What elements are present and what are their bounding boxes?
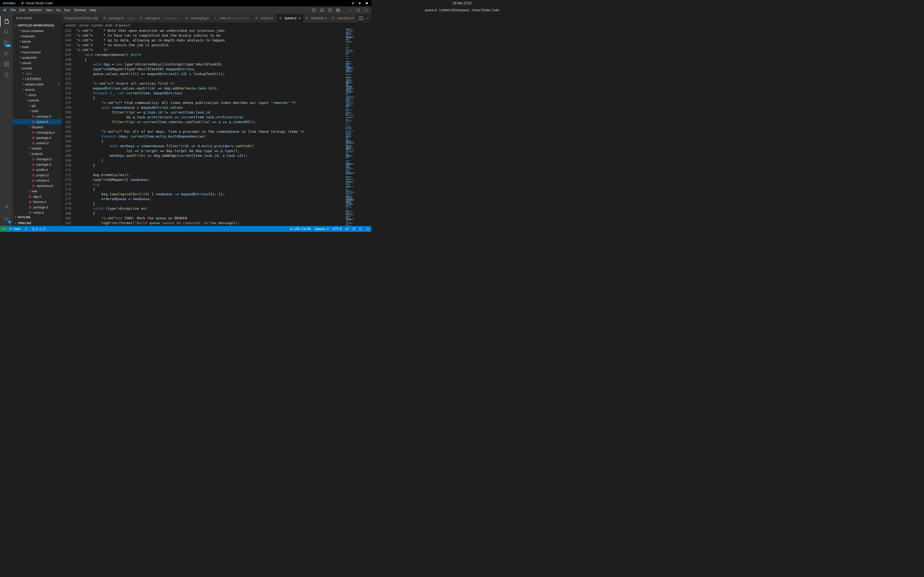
breadcrumb-build[interactable]: build bbox=[105, 24, 112, 27]
eol[interactable]: LF bbox=[343, 227, 351, 231]
split-editor-icon[interactable] bbox=[359, 16, 363, 20]
tab-buildtask-d[interactable]: Dbuildtask.d bbox=[304, 14, 330, 23]
breadcrumb-source[interactable]: source bbox=[79, 24, 89, 27]
encoding[interactable]: UTF-8 bbox=[330, 227, 343, 231]
menu-item-selection[interactable]: Selection bbox=[27, 8, 44, 12]
indentation[interactable]: Spaces: 4 bbox=[313, 227, 330, 231]
tab-package-d[interactable]: Dpackage.d.../avalanche/... bbox=[137, 14, 183, 23]
tree-serpent-style[interactable]: serpent-styleS bbox=[13, 82, 62, 87]
svg-point-30 bbox=[10, 228, 10, 228]
tree-projects[interactable]: projects bbox=[13, 151, 62, 156]
cursor-position[interactable]: Ln 156, Col 68 bbox=[288, 227, 313, 231]
language-mode[interactable]: D bbox=[351, 227, 357, 231]
tree-build[interactable]: build bbox=[13, 108, 62, 114]
activity-testing[interactable] bbox=[0, 69, 13, 80]
menu-item-go[interactable]: Go bbox=[54, 8, 62, 12]
tree-web[interactable]: web bbox=[13, 189, 62, 194]
tree-package-d[interactable]: Dpackage.d bbox=[13, 114, 62, 119]
app-indicator[interactable]: Visual Studio Code bbox=[20, 2, 53, 5]
activity-settings[interactable]: 1 bbox=[0, 214, 13, 224]
tree-moss-container[interactable]: moss-container bbox=[13, 28, 62, 34]
tree-avalanche[interactable]: avalanche bbox=[13, 55, 62, 60]
layout-right-icon[interactable] bbox=[326, 7, 333, 13]
tree-summit[interactable]: summit bbox=[13, 98, 62, 103]
code-editor[interactable]: "c-cmt"> * Note that upon execution we u… bbox=[76, 28, 345, 226]
close-button[interactable] bbox=[363, 7, 370, 13]
activity-debug[interactable] bbox=[0, 48, 13, 59]
menu-item-help[interactable]: Help bbox=[88, 8, 99, 12]
tree-worker-d[interactable]: Dworker.d bbox=[13, 140, 62, 146]
tree-repository-d[interactable]: Drepository.d bbox=[13, 183, 62, 189]
tab-close-icon[interactable]: × bbox=[298, 16, 300, 20]
tab-compressostream-cpp[interactable]: CompressOStream.cpp bbox=[62, 14, 101, 23]
tree-package-d[interactable]: Dpackage.d bbox=[13, 162, 62, 167]
tab-messaging-d[interactable]: Dmessaging.d bbox=[183, 14, 212, 23]
tree-setup-d[interactable]: Dsetup.d bbox=[13, 210, 62, 214]
sidebar-more-icon[interactable]: ⋯ bbox=[56, 16, 58, 20]
notifications-icon[interactable] bbox=[364, 227, 372, 231]
tree-dispatch[interactable]: dispatch bbox=[13, 124, 62, 130]
tab-package-d[interactable]: Dpackage.d.../setup bbox=[101, 14, 137, 23]
tree-messaging-d[interactable]: Dmessaging.d bbox=[13, 130, 62, 135]
tree-package-d[interactable]: Dpackage.d bbox=[13, 135, 62, 140]
tree-licenses[interactable]: LICENSES bbox=[13, 76, 62, 82]
tree-main[interactable]: main bbox=[13, 44, 62, 50]
layout-panel-icon[interactable] bbox=[310, 7, 317, 13]
tree--dub[interactable]: .dub bbox=[13, 71, 62, 76]
layout-customize-icon[interactable] bbox=[334, 7, 341, 13]
minimap[interactable]: ████ ████████████████████ █████████████ … bbox=[345, 28, 372, 226]
tree-moss-service[interactable]: moss-service bbox=[13, 50, 62, 55]
menu-item-view[interactable]: View bbox=[44, 8, 54, 12]
breadcrumb-queue.d[interactable]: Dqueue.d bbox=[115, 24, 130, 27]
menu-item-run[interactable]: Run bbox=[62, 8, 72, 12]
menu-item-file[interactable]: File bbox=[8, 8, 18, 12]
menu-item-terminal[interactable]: Terminal bbox=[72, 8, 88, 12]
tree-fixtures-d[interactable]: Dfixtures.d bbox=[13, 199, 62, 205]
tree-manager-d[interactable]: Dmanager.d bbox=[13, 156, 62, 162]
problems[interactable]: 0 0 bbox=[30, 227, 47, 231]
tree-queue-d[interactable]: Dqueue.d bbox=[13, 119, 62, 124]
tree-remote-d[interactable]: Dremote.d bbox=[13, 178, 62, 183]
activity-scm[interactable]: 548 bbox=[0, 37, 13, 48]
volume-icon[interactable] bbox=[358, 2, 362, 5]
wifi-icon[interactable] bbox=[351, 2, 355, 5]
outline-header[interactable]: OUTLINE bbox=[13, 214, 62, 220]
tree-toolchain[interactable]: toolchain bbox=[13, 34, 62, 39]
tree-project-d[interactable]: Dproject.d bbox=[13, 172, 62, 178]
tree-kernel[interactable]: kernel bbox=[13, 39, 62, 44]
activity-extensions[interactable] bbox=[0, 59, 13, 69]
tab-repository-d[interactable]: Drepository.d bbox=[330, 14, 357, 23]
tree-models[interactable]: models bbox=[13, 146, 62, 151]
tree-moss[interactable]: moss bbox=[13, 92, 62, 98]
tree-app-d[interactable]: Dapp.d bbox=[13, 194, 62, 199]
tree-vessel[interactable]: vessel bbox=[13, 60, 62, 66]
battery-icon[interactable] bbox=[365, 2, 369, 5]
minimize-button[interactable] bbox=[347, 7, 354, 13]
git-sync[interactable] bbox=[23, 227, 30, 231]
tab-worker-d[interactable]: Dworker.d bbox=[253, 14, 277, 23]
breadcrumb-summit[interactable]: summit bbox=[66, 24, 76, 27]
tree-profile-d[interactable]: Dprofile.d bbox=[13, 167, 62, 172]
activity-accounts[interactable] bbox=[0, 201, 13, 212]
activities-label[interactable]: Activities bbox=[3, 2, 15, 5]
tree-source[interactable]: source bbox=[13, 87, 62, 92]
svg-point-31 bbox=[10, 229, 10, 230]
git-branch[interactable]: main bbox=[7, 227, 23, 231]
tree-api[interactable]: api bbox=[13, 103, 62, 108]
activity-explorer[interactable] bbox=[0, 16, 13, 27]
tab-index-dt[interactable]: ≡index.dtsummit • views bbox=[212, 14, 253, 23]
tab-queue-d[interactable]: Dqueue.d× bbox=[277, 14, 304, 23]
tree-package-d[interactable]: Dpackage.d bbox=[13, 205, 62, 210]
breadcrumb-summit[interactable]: summit bbox=[92, 24, 102, 27]
tree-summit[interactable]: summit bbox=[13, 66, 62, 71]
workspace-header[interactable]: UNTITLED (WORKSPACE) bbox=[13, 23, 62, 28]
maximize-button[interactable] bbox=[355, 7, 362, 13]
breadcrumb[interactable]: summit›source›summit›build›Dqueue.d bbox=[62, 23, 372, 28]
remote-indicator[interactable] bbox=[0, 226, 7, 232]
timeline-header[interactable]: TIMELINE bbox=[13, 220, 62, 226]
layout-bottom-icon[interactable] bbox=[318, 7, 325, 13]
menu-item-edit[interactable]: Edit bbox=[18, 8, 27, 12]
activity-search[interactable] bbox=[0, 27, 13, 37]
tab-more-icon[interactable]: ⋯ bbox=[366, 16, 369, 20]
feedback-icon[interactable] bbox=[357, 227, 364, 231]
